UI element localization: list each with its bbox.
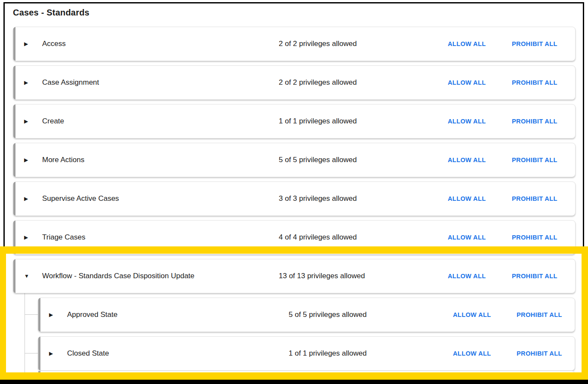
page-title: Cases - Standards: [13, 8, 89, 18]
privilege-subgroup-label: Approved State: [67, 310, 117, 319]
allow-all-button[interactable]: ALLOW ALL: [447, 38, 486, 50]
privilege-subgroup-label: Closed State: [67, 349, 109, 358]
allow-all-button[interactable]: ALLOW ALL: [447, 231, 486, 243]
allow-all-button[interactable]: ALLOW ALL: [447, 154, 486, 166]
prohibit-all-button[interactable]: PROHIBIT ALL: [511, 77, 558, 89]
privilege-count: 4 of 4 privileges allowed: [279, 233, 357, 242]
allow-all-button[interactable]: ALLOW ALL: [447, 270, 486, 282]
privilege-group-row-workflow-standards-case-disposition-update[interactable]: ▼ Workflow - Standards Case Disposition …: [13, 259, 576, 293]
prohibit-all-button[interactable]: PROHIBIT ALL: [516, 347, 563, 359]
privilege-group-label: Triage Cases: [42, 233, 85, 242]
tree-connector-vertical: [25, 293, 25, 372]
prohibit-all-button[interactable]: PROHIBIT ALL: [511, 193, 558, 205]
privilege-count: 13 of 13 privileges allowed: [279, 272, 365, 280]
privilege-count: 5 of 5 privileges allowed: [289, 310, 366, 319]
prohibit-all-button[interactable]: PROHIBIT ALL: [511, 231, 558, 243]
allow-all-button[interactable]: ALLOW ALL: [447, 193, 486, 205]
privilege-group-row-supervise-active-cases[interactable]: ▶ Supervise Active Cases 3 of 3 privileg…: [13, 181, 576, 216]
caret-right-icon[interactable]: ▶: [24, 80, 31, 86]
allow-all-button[interactable]: ALLOW ALL: [447, 115, 486, 127]
privilege-count: 3 of 3 privileges allowed: [279, 194, 357, 203]
caret-right-icon[interactable]: ▶: [24, 196, 31, 202]
privilege-count: 5 of 5 privileges allowed: [279, 156, 357, 164]
allow-all-button[interactable]: ALLOW ALL: [452, 309, 492, 321]
caret-down-icon[interactable]: ▼: [24, 273, 31, 279]
bottom-frame-edge: [0, 380, 588, 384]
privilege-count: 2 of 2 privileges allowed: [279, 78, 357, 87]
privilege-count: 1 of 1 privileges allowed: [289, 349, 366, 358]
privilege-group-row-access[interactable]: ▶ Access 2 of 2 privileges allowed ALLOW…: [13, 27, 576, 61]
privilege-group-row-case-assignment[interactable]: ▶ Case Assignment 2 of 2 privileges allo…: [13, 65, 576, 100]
tree-connector-branch: [25, 353, 38, 353]
privilege-count: 2 of 2 privileges allowed: [279, 40, 357, 48]
privilege-group-label: Access: [42, 40, 66, 48]
caret-right-icon[interactable]: ▶: [24, 41, 31, 47]
caret-right-icon[interactable]: ▶: [24, 234, 31, 240]
privilege-subgroup-row-closed-state[interactable]: ▶ Closed State 1 of 1 privileges allowed…: [38, 336, 575, 371]
prohibit-all-button[interactable]: PROHIBIT ALL: [511, 270, 558, 282]
caret-right-icon[interactable]: ▶: [24, 157, 31, 163]
tree-connector-branch: [25, 314, 38, 315]
privilege-group-label: More Actions: [42, 156, 84, 164]
privilege-group-row-more-actions[interactable]: ▶ More Actions 5 of 5 privileges allowed…: [13, 143, 576, 177]
privilege-group-label: Create: [42, 117, 64, 126]
clipped-next-row-sliver: [38, 371, 575, 377]
prohibit-all-button[interactable]: PROHIBIT ALL: [511, 115, 558, 127]
allow-all-button[interactable]: ALLOW ALL: [447, 77, 486, 89]
privilege-group-row-create[interactable]: ▶ Create 1 of 1 privileges allowed ALLOW…: [13, 104, 576, 138]
prohibit-all-button[interactable]: PROHIBIT ALL: [511, 154, 558, 166]
caret-right-icon[interactable]: ▶: [49, 312, 56, 318]
allow-all-button[interactable]: ALLOW ALL: [452, 347, 492, 359]
privilege-subgroup-row-approved-state[interactable]: ▶ Approved State 5 of 5 privileges allow…: [38, 298, 575, 332]
privilege-group-label: Workflow - Standards Case Disposition Up…: [42, 272, 194, 280]
caret-right-icon[interactable]: ▶: [49, 350, 56, 356]
privilege-group-label: Case Assignment: [42, 78, 99, 87]
privilege-count: 1 of 1 privileges allowed: [279, 117, 357, 126]
privilege-group-label: Supervise Active Cases: [42, 194, 119, 203]
prohibit-all-button[interactable]: PROHIBIT ALL: [516, 309, 563, 321]
caret-right-icon[interactable]: ▶: [24, 118, 31, 124]
privilege-group-row-triage-cases[interactable]: ▶ Triage Cases 4 of 4 privileges allowed…: [13, 220, 576, 255]
prohibit-all-button[interactable]: PROHIBIT ALL: [511, 38, 558, 50]
